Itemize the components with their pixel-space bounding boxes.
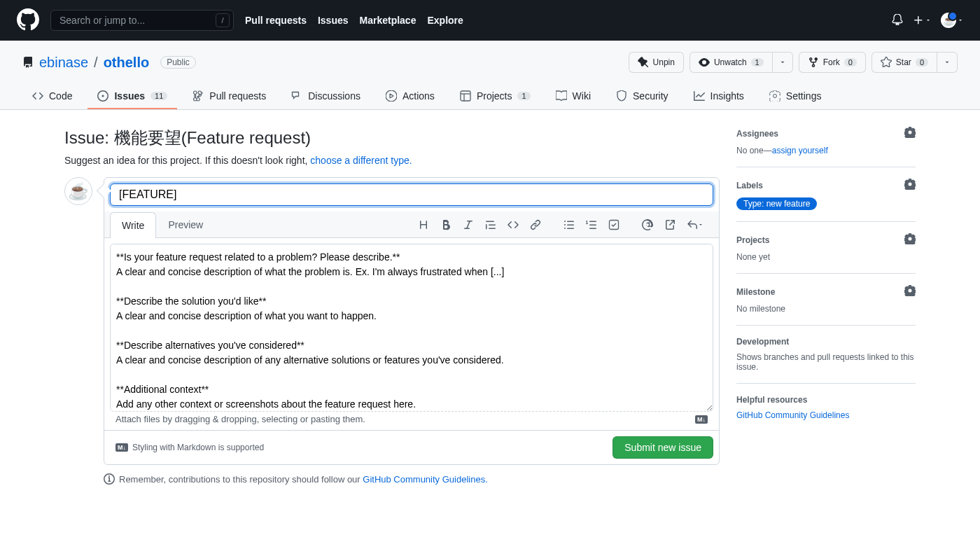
avatar: ☕ — [941, 13, 956, 28]
heading-icon[interactable] — [414, 215, 433, 235]
development-body: Shows branches and pull requests linked … — [736, 352, 916, 372]
milestone-heading[interactable]: Milestone — [736, 287, 775, 297]
nav-explore[interactable]: Explore — [427, 15, 463, 26]
star-button[interactable]: Star0 — [872, 52, 937, 73]
tab-discussions[interactable]: Discussions — [281, 84, 370, 109]
italic-icon[interactable] — [458, 215, 478, 235]
svg-rect-0 — [461, 91, 470, 101]
ol-icon[interactable] — [582, 215, 601, 235]
md-toolbar — [414, 215, 713, 235]
global-nav: Pull requests Issues Marketplace Explore — [245, 15, 463, 26]
assign-yourself-link[interactable]: assign yourself — [772, 146, 828, 155]
preview-tab[interactable]: Preview — [156, 211, 215, 237]
repo-name-link[interactable]: othello — [104, 55, 150, 71]
fork-button[interactable]: Fork0 — [799, 52, 866, 73]
markdown-badge-icon[interactable]: M↓ — [695, 415, 708, 424]
search-input[interactable] — [50, 10, 234, 31]
tab-settings[interactable]: Settings — [760, 84, 832, 109]
path-separator: / — [94, 55, 98, 71]
tab-issues[interactable]: Issues11 — [88, 84, 177, 109]
projects-heading[interactable]: Projects — [736, 235, 769, 245]
label-pill[interactable]: Type: new feature — [736, 197, 817, 210]
code-icon[interactable] — [503, 215, 523, 235]
global-header: / Pull requests Issues Marketplace Explo… — [0, 0, 980, 41]
gear-icon[interactable] — [904, 233, 916, 246]
issue-body-textarea[interactable] — [110, 244, 713, 412]
tab-actions[interactable]: Actions — [376, 84, 444, 109]
gear-icon[interactable] — [904, 179, 916, 192]
write-tab[interactable]: Write — [110, 212, 156, 238]
milestone-body: No milestone — [736, 304, 916, 314]
sidebar: Assignees No one—assign yourself Labels … — [736, 127, 916, 485]
guidelines-link[interactable]: GitHub Community Guidelines. — [363, 474, 487, 485]
submit-issue-button[interactable]: Submit new issue — [612, 436, 713, 459]
nav-issues[interactable]: Issues — [318, 15, 349, 26]
help-heading: Helpful resources — [736, 395, 807, 405]
star-dropdown[interactable] — [937, 52, 958, 73]
markdown-hint: M↓Styling with Markdown is supported — [115, 443, 264, 452]
nav-pull-requests[interactable]: Pull requests — [245, 15, 307, 26]
gear-icon[interactable] — [904, 285, 916, 298]
repo-header: ebinase / othello Public Unpin Unwatch1 … — [0, 41, 980, 110]
watch-dropdown[interactable] — [773, 52, 793, 73]
repo-title: ebinase / othello Public — [22, 55, 196, 71]
unwatch-button[interactable]: Unwatch1 — [690, 52, 773, 73]
link-icon[interactable] — [526, 215, 545, 235]
notifications-icon[interactable] — [892, 14, 903, 27]
plus-dropdown[interactable] — [913, 15, 931, 26]
tab-projects[interactable]: Projects1 — [450, 84, 540, 109]
crossref-icon[interactable] — [660, 215, 680, 235]
nav-marketplace[interactable]: Marketplace — [360, 15, 416, 26]
reply-icon[interactable] — [682, 215, 708, 235]
assignees-heading[interactable]: Assignees — [736, 129, 778, 139]
projects-body: None yet — [736, 252, 916, 262]
tab-security[interactable]: Security — [606, 84, 678, 109]
labels-heading[interactable]: Labels — [736, 181, 763, 190]
community-guidelines-link[interactable]: GitHub Community Guidelines — [736, 410, 849, 420]
ul-icon[interactable] — [559, 215, 579, 235]
attach-hint[interactable]: Attach files by dragging & dropping, sel… — [115, 414, 365, 424]
page-subtitle: Suggest an idea for this project. If thi… — [64, 155, 720, 166]
unpin-button[interactable]: Unpin — [629, 52, 684, 73]
tab-pulls[interactable]: Pull requests — [183, 84, 276, 109]
gear-icon[interactable] — [904, 127, 916, 140]
user-avatar: ☕ — [64, 177, 92, 205]
quote-icon[interactable] — [481, 215, 500, 235]
compose-box: Write Preview — [104, 177, 720, 465]
tab-code[interactable]: Code — [22, 84, 82, 109]
page-title: Issue: 機能要望(Feature request) — [64, 127, 720, 149]
issue-title-input[interactable] — [110, 183, 713, 206]
github-logo[interactable] — [17, 8, 39, 33]
contribution-note: Remember, contributions to this reposito… — [64, 473, 720, 485]
repo-owner-link[interactable]: ebinase — [39, 55, 88, 71]
tasklist-icon[interactable] — [604, 215, 624, 235]
slash-hint: / — [216, 13, 230, 27]
visibility-badge: Public — [160, 56, 196, 69]
bold-icon[interactable] — [436, 215, 456, 235]
global-search: / — [50, 10, 234, 31]
development-heading: Development — [736, 337, 789, 347]
repo-icon — [22, 57, 34, 68]
tab-insights[interactable]: Insights — [684, 84, 754, 109]
mention-icon[interactable] — [638, 215, 657, 235]
tab-wiki[interactable]: Wiki — [546, 84, 601, 109]
choose-type-link[interactable]: choose a different type. — [310, 155, 412, 166]
user-menu[interactable]: ☕ — [941, 13, 963, 28]
info-icon — [104, 473, 115, 485]
repo-tabs: Code Issues11 Pull requests Discussions … — [22, 84, 958, 109]
